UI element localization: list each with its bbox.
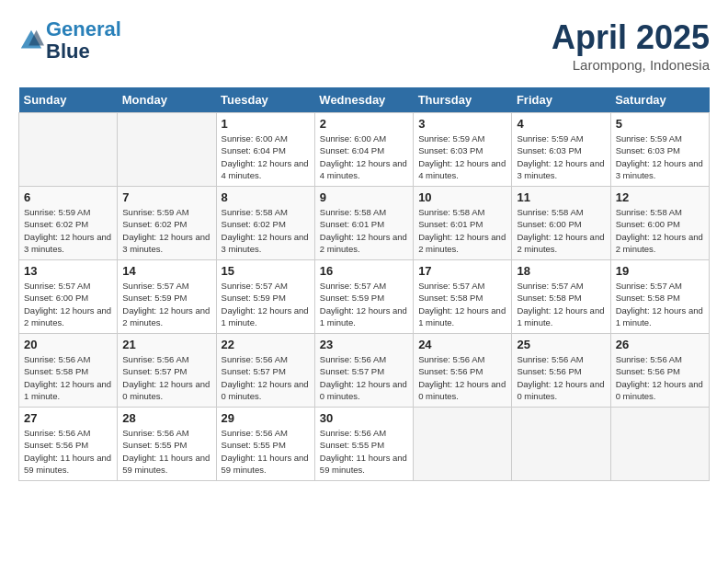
- day-number: 1: [222, 117, 310, 131]
- calendar-cell: 4Sunrise: 5:59 AM Sunset: 6:03 PM Daylig…: [512, 113, 610, 187]
- calendar-cell: 8Sunrise: 5:58 AM Sunset: 6:02 PM Daylig…: [216, 187, 314, 260]
- calendar-cell: 17Sunrise: 5:57 AM Sunset: 5:58 PM Dayli…: [414, 260, 512, 334]
- day-info: Sunrise: 5:56 AM Sunset: 5:55 PM Dayligh…: [222, 427, 310, 476]
- day-info: Sunrise: 5:56 AM Sunset: 5:55 PM Dayligh…: [320, 427, 408, 476]
- day-number: 17: [418, 264, 506, 278]
- calendar-cell: 22Sunrise: 5:56 AM Sunset: 5:57 PM Dayli…: [216, 334, 314, 408]
- day-number: 19: [616, 264, 704, 278]
- day-info: Sunrise: 5:56 AM Sunset: 5:55 PM Dayligh…: [122, 427, 210, 476]
- calendar-cell: 7Sunrise: 5:59 AM Sunset: 6:02 PM Daylig…: [118, 187, 216, 260]
- day-number: 10: [418, 190, 506, 204]
- day-header-thursday: Thursday: [414, 87, 512, 113]
- day-info: Sunrise: 5:56 AM Sunset: 5:57 PM Dayligh…: [320, 353, 408, 402]
- calendar-cell: [512, 408, 610, 481]
- day-info: Sunrise: 6:00 AM Sunset: 6:04 PM Dayligh…: [222, 132, 310, 181]
- day-number: 7: [122, 190, 210, 204]
- day-number: 21: [122, 338, 210, 351]
- day-number: 11: [517, 190, 605, 204]
- calendar-cell: [610, 408, 709, 481]
- day-info: Sunrise: 5:56 AM Sunset: 5:57 PM Dayligh…: [222, 353, 310, 402]
- day-number: 13: [24, 264, 112, 278]
- calendar-cell: 15Sunrise: 5:57 AM Sunset: 5:59 PM Dayli…: [216, 260, 314, 334]
- day-number: 16: [320, 264, 408, 278]
- calendar-cell: 9Sunrise: 5:58 AM Sunset: 6:01 PM Daylig…: [314, 187, 413, 260]
- calendar-cell: 28Sunrise: 5:56 AM Sunset: 5:55 PM Dayli…: [118, 408, 216, 481]
- day-number: 20: [24, 338, 112, 351]
- calendar-cell: [118, 113, 216, 187]
- day-info: Sunrise: 5:57 AM Sunset: 5:58 PM Dayligh…: [616, 280, 704, 328]
- day-header-tuesday: Tuesday: [216, 87, 314, 113]
- day-number: 14: [122, 264, 210, 278]
- day-info: Sunrise: 5:59 AM Sunset: 6:03 PM Dayligh…: [616, 132, 704, 181]
- logo-text: GeneralBlue: [46, 18, 121, 63]
- calendar-cell: 26Sunrise: 5:56 AM Sunset: 5:56 PM Dayli…: [610, 334, 709, 408]
- calendar-cell: 12Sunrise: 5:58 AM Sunset: 6:00 PM Dayli…: [610, 187, 709, 260]
- calendar-body: 1Sunrise: 6:00 AM Sunset: 6:04 PM Daylig…: [19, 113, 710, 481]
- calendar-cell: 27Sunrise: 5:56 AM Sunset: 5:56 PM Dayli…: [19, 408, 118, 481]
- page-header: GeneralBlue April 2025 Larompong, Indone…: [18, 18, 710, 73]
- day-info: Sunrise: 5:56 AM Sunset: 5:57 PM Dayligh…: [122, 353, 210, 402]
- calendar-cell: 1Sunrise: 6:00 AM Sunset: 6:04 PM Daylig…: [216, 113, 314, 187]
- calendar-cell: 3Sunrise: 5:59 AM Sunset: 6:03 PM Daylig…: [414, 113, 512, 187]
- calendar-table: SundayMondayTuesdayWednesdayThursdayFrid…: [18, 87, 710, 481]
- calendar-cell: 29Sunrise: 5:56 AM Sunset: 5:55 PM Dayli…: [216, 408, 314, 481]
- day-info: Sunrise: 5:56 AM Sunset: 5:56 PM Dayligh…: [24, 427, 112, 476]
- month-title: April 2025: [552, 18, 710, 57]
- day-info: Sunrise: 5:59 AM Sunset: 6:02 PM Dayligh…: [24, 206, 112, 255]
- calendar-cell: 11Sunrise: 5:58 AM Sunset: 6:00 PM Dayli…: [512, 187, 610, 260]
- day-header-wednesday: Wednesday: [314, 87, 413, 113]
- day-number: 26: [616, 338, 704, 351]
- day-number: 29: [222, 411, 310, 425]
- day-number: 27: [24, 411, 112, 425]
- day-number: 5: [616, 117, 704, 131]
- location: Larompong, Indonesia: [552, 57, 710, 73]
- day-info: Sunrise: 5:57 AM Sunset: 5:58 PM Dayligh…: [418, 280, 506, 328]
- day-info: Sunrise: 5:57 AM Sunset: 5:58 PM Dayligh…: [517, 280, 605, 328]
- week-row: 20Sunrise: 5:56 AM Sunset: 5:58 PM Dayli…: [19, 334, 710, 408]
- calendar-cell: 19Sunrise: 5:57 AM Sunset: 5:58 PM Dayli…: [610, 260, 709, 334]
- day-number: 22: [222, 338, 310, 351]
- day-info: Sunrise: 5:56 AM Sunset: 5:56 PM Dayligh…: [517, 353, 605, 402]
- day-info: Sunrise: 5:56 AM Sunset: 5:58 PM Dayligh…: [24, 353, 112, 402]
- day-number: 25: [517, 338, 605, 351]
- logo: GeneralBlue: [18, 18, 121, 63]
- calendar-cell: 18Sunrise: 5:57 AM Sunset: 5:58 PM Dayli…: [512, 260, 610, 334]
- day-number: 6: [24, 190, 112, 204]
- calendar-cell: 2Sunrise: 6:00 AM Sunset: 6:04 PM Daylig…: [314, 113, 413, 187]
- day-info: Sunrise: 5:57 AM Sunset: 5:59 PM Dayligh…: [122, 280, 210, 328]
- day-number: 30: [320, 411, 408, 425]
- day-header-sunday: Sunday: [19, 87, 118, 113]
- day-number: 24: [418, 338, 506, 351]
- day-info: Sunrise: 5:58 AM Sunset: 6:00 PM Dayligh…: [616, 206, 704, 255]
- day-number: 12: [616, 190, 704, 204]
- week-row: 1Sunrise: 6:00 AM Sunset: 6:04 PM Daylig…: [19, 113, 710, 187]
- day-number: 9: [320, 190, 408, 204]
- day-header-friday: Friday: [512, 87, 610, 113]
- calendar-cell: [414, 408, 512, 481]
- calendar-cell: 14Sunrise: 5:57 AM Sunset: 5:59 PM Dayli…: [118, 260, 216, 334]
- day-number: 3: [418, 117, 506, 131]
- day-info: Sunrise: 5:58 AM Sunset: 6:01 PM Dayligh…: [418, 206, 506, 255]
- calendar-cell: 16Sunrise: 5:57 AM Sunset: 5:59 PM Dayli…: [314, 260, 413, 334]
- week-row: 13Sunrise: 5:57 AM Sunset: 6:00 PM Dayli…: [19, 260, 710, 334]
- day-info: Sunrise: 5:57 AM Sunset: 6:00 PM Dayligh…: [24, 280, 112, 328]
- day-header-saturday: Saturday: [610, 87, 709, 113]
- day-info: Sunrise: 5:59 AM Sunset: 6:02 PM Dayligh…: [122, 206, 210, 255]
- day-number: 8: [222, 190, 310, 204]
- day-number: 4: [517, 117, 605, 131]
- day-info: Sunrise: 6:00 AM Sunset: 6:04 PM Dayligh…: [320, 132, 408, 181]
- day-number: 18: [517, 264, 605, 278]
- day-info: Sunrise: 5:59 AM Sunset: 6:03 PM Dayligh…: [517, 132, 605, 181]
- calendar-cell: 30Sunrise: 5:56 AM Sunset: 5:55 PM Dayli…: [314, 408, 413, 481]
- calendar-cell: 10Sunrise: 5:58 AM Sunset: 6:01 PM Dayli…: [414, 187, 512, 260]
- calendar-cell: 21Sunrise: 5:56 AM Sunset: 5:57 PM Dayli…: [118, 334, 216, 408]
- day-info: Sunrise: 5:58 AM Sunset: 6:00 PM Dayligh…: [517, 206, 605, 255]
- calendar-header-row: SundayMondayTuesdayWednesdayThursdayFrid…: [19, 87, 710, 113]
- calendar-cell: 20Sunrise: 5:56 AM Sunset: 5:58 PM Dayli…: [19, 334, 118, 408]
- calendar-cell: 6Sunrise: 5:59 AM Sunset: 6:02 PM Daylig…: [19, 187, 118, 260]
- title-block: April 2025 Larompong, Indonesia: [552, 18, 710, 73]
- calendar-cell: 13Sunrise: 5:57 AM Sunset: 6:00 PM Dayli…: [19, 260, 118, 334]
- day-number: 28: [122, 411, 210, 425]
- week-row: 6Sunrise: 5:59 AM Sunset: 6:02 PM Daylig…: [19, 187, 710, 260]
- calendar-cell: 5Sunrise: 5:59 AM Sunset: 6:03 PM Daylig…: [610, 113, 709, 187]
